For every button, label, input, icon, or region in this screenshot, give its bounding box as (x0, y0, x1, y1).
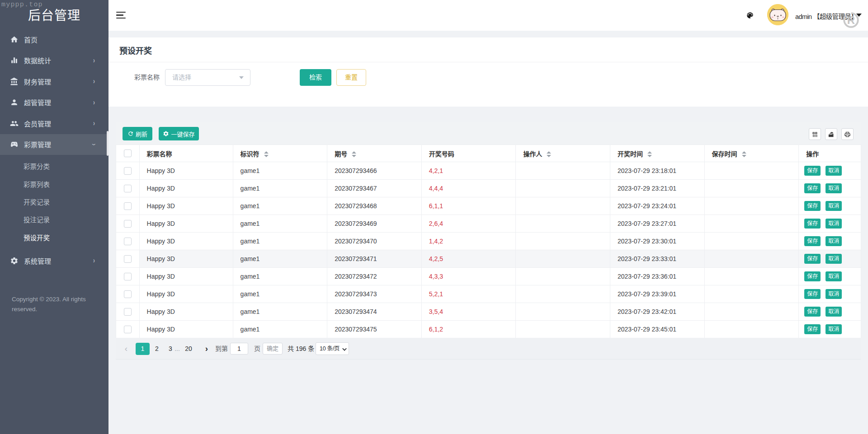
svg-text:R: R (847, 14, 855, 26)
